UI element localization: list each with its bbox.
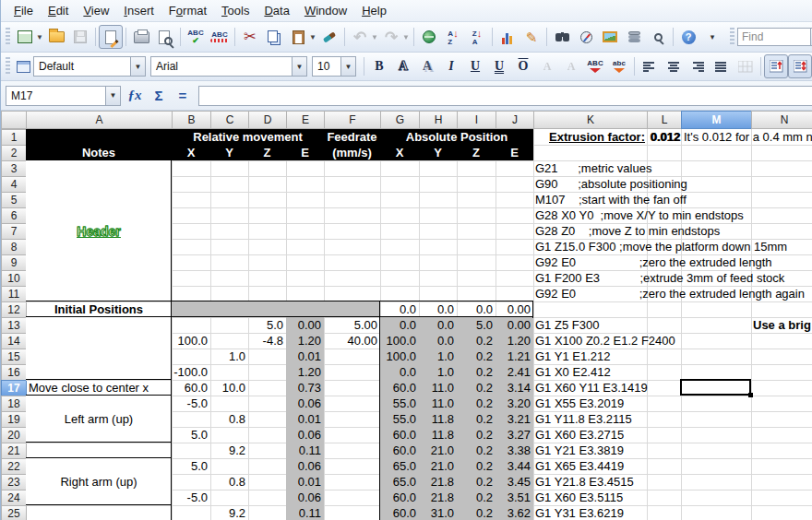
cell-C21[interactable]: 9.2 (210, 443, 248, 458)
styles-icon[interactable] (13, 54, 33, 78)
cell-H15[interactable]: 1.0 (419, 349, 457, 364)
column-header-F[interactable]: F (324, 111, 381, 129)
cell-K1[interactable]: Extrusion factor: (533, 129, 647, 145)
cell-I17[interactable]: 0.2 (457, 380, 496, 396)
cell-J14[interactable]: 1.20 (496, 333, 533, 349)
cut-icon[interactable]: ✂ (238, 25, 262, 49)
row-header-22[interactable]: 22 (1, 458, 27, 475)
cell-I12[interactable]: 0.0 (457, 301, 496, 317)
cell-H13[interactable]: 0.0 (419, 317, 457, 333)
print-icon[interactable] (129, 25, 153, 49)
new-spreadsheet-icon[interactable]: ▼ (13, 25, 37, 49)
draw-functions-icon[interactable]: ✎ (519, 25, 543, 49)
cell-E15[interactable]: 0.01 (286, 349, 324, 364)
cell-I16[interactable]: 0.2 (457, 364, 496, 380)
cell-J22[interactable]: 3.44 (496, 458, 533, 474)
cell-G25[interactable]: 60.0 (380, 505, 419, 520)
cell-J21[interactable]: 3.38 (496, 443, 533, 458)
cell-K4[interactable]: G90 ;absolute positioning (533, 176, 812, 192)
cell-N13[interactable]: Use a brig (751, 317, 812, 333)
row-header-20[interactable]: 20 (1, 427, 27, 443)
font-size-select[interactable]: 10 ▼ (312, 56, 356, 77)
hyperlink-icon[interactable] (417, 25, 441, 49)
cell-E23[interactable]: 0.01 (286, 474, 324, 490)
column-header-D[interactable]: D (248, 111, 287, 129)
shadow-icon[interactable]: A (415, 54, 439, 78)
cell-reference-box[interactable]: M17 ▼ (6, 86, 121, 106)
cell-K9[interactable]: G92 E0 ;zero the extruded length (533, 254, 812, 270)
cell-H2[interactable]: Y (419, 145, 457, 160)
menu-data[interactable]: Data (257, 1, 296, 20)
column-header-K[interactable]: K (533, 111, 648, 129)
cell-B14[interactable]: 100.0 (172, 333, 210, 349)
cell-J17[interactable]: 3.14 (496, 380, 533, 396)
cell-J13[interactable]: 0.00 (496, 317, 533, 333)
help-icon[interactable]: ? (676, 25, 700, 49)
cell-K15[interactable]: G1 Y1 E1.212 (533, 349, 812, 364)
cell-K23[interactable]: G1 Y21.8 E3.4515 (533, 474, 812, 490)
chart-icon[interactable] (496, 25, 519, 49)
cell-H16[interactable]: 1.0 (419, 364, 457, 380)
menu-edit[interactable]: Edit (41, 1, 76, 20)
sort-descending-icon[interactable]: Z↓A (465, 25, 489, 49)
cell-J15[interactable]: 1.21 (496, 349, 533, 364)
cell-I14[interactable]: 0.2 (457, 333, 496, 349)
cell-C23[interactable]: 0.8 (210, 474, 248, 490)
cell-G14[interactable]: 100.0 (380, 333, 419, 349)
cell-E25[interactable]: 0.11 (286, 505, 324, 520)
cell-F2[interactable]: (mm/s) (324, 145, 380, 160)
cell-I19[interactable]: 0.2 (457, 411, 496, 427)
row-header-5[interactable]: 5 (1, 192, 27, 208)
chevron-down-icon[interactable]: ▼ (340, 57, 355, 76)
format-paintbrush-icon[interactable] (317, 25, 341, 49)
sort-up-down-icon[interactable] (788, 54, 812, 78)
cell-K16[interactable]: G1 X0 E2.412 (533, 364, 812, 380)
cell-E2[interactable]: E (286, 145, 324, 160)
row-header-6[interactable]: 6 (1, 207, 27, 224)
toolbar-overflow-icon[interactable]: ▾ (700, 25, 724, 49)
sort-up-icon[interactable] (764, 54, 788, 78)
edit-file-icon[interactable] (99, 25, 123, 49)
double-underline-icon[interactable]: U (487, 54, 511, 78)
cell-H19[interactable]: 11.8 (419, 411, 457, 427)
cell-G24[interactable]: 60.0 (380, 490, 419, 505)
column-header-J[interactable]: J (496, 111, 534, 129)
selected-cell-cursor[interactable] (680, 379, 751, 396)
cell-I13[interactable]: 5.0 (457, 317, 496, 333)
paste-icon[interactable]: ▼ (286, 25, 310, 49)
cell-G13[interactable]: 0.0 (380, 317, 419, 333)
row-header-11[interactable]: 11 (1, 286, 27, 302)
navigator-icon[interactable] (574, 25, 598, 49)
cell-A12[interactable]: Initial Positions (26, 301, 172, 317)
toolbar-drag-handle[interactable] (730, 28, 734, 46)
cell-C19[interactable]: 0.8 (210, 411, 248, 427)
cell-C2[interactable]: Y (210, 145, 248, 160)
cell-I18[interactable]: 0.2 (457, 396, 496, 411)
align-center-icon[interactable] (662, 54, 686, 78)
cell-J18[interactable]: 3.20 (496, 396, 533, 411)
row-header-17[interactable]: 17 (1, 380, 27, 396)
font-color-icon[interactable]: ABC (583, 54, 607, 78)
cell-A2[interactable]: Notes (26, 145, 172, 160)
column-header-G[interactable]: G (380, 111, 420, 129)
cell-H22[interactable]: 21.0 (419, 458, 457, 474)
copy-icon[interactable] (262, 25, 286, 49)
cell-F13[interactable]: 5.00 (324, 317, 380, 333)
cell-E24[interactable]: 0.06 (286, 490, 324, 505)
cell-E21[interactable]: 0.11 (286, 443, 324, 458)
align-left-icon[interactable] (638, 54, 662, 78)
cell-I24[interactable]: 0.2 (457, 490, 496, 505)
highlight-color-icon[interactable]: abc (607, 54, 631, 78)
cell-C25[interactable]: 9.2 (210, 505, 248, 520)
chevron-down-icon[interactable]: ▼ (292, 57, 306, 76)
cell-J25[interactable]: 3.62 (496, 505, 533, 520)
formula-icon[interactable]: = (173, 86, 193, 106)
cell-I2[interactable]: Z (457, 145, 496, 160)
menu-help[interactable]: Help (354, 1, 394, 20)
chevron-down-icon[interactable]: ▼ (371, 33, 378, 41)
font-name-select[interactable]: Arial ▼ (150, 56, 307, 77)
align-right-icon[interactable] (686, 54, 710, 78)
cell-E17[interactable]: 0.73 (286, 380, 324, 396)
cell-D13[interactable]: 5.0 (248, 317, 286, 333)
cell-K6[interactable]: G28 X0 Y0 ;move X/Y to min endstops (533, 207, 812, 223)
